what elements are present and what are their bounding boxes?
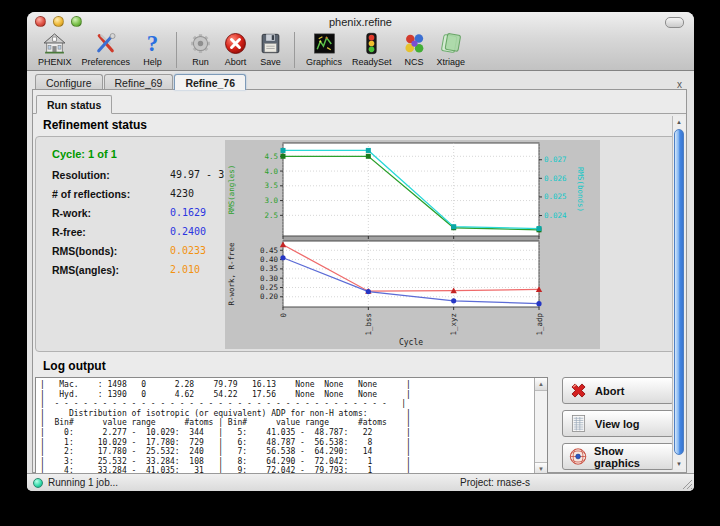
readyset-traffic-light-icon: [359, 31, 384, 56]
status-text: Running 1 job...: [48, 477, 118, 488]
svg-text:1_bss: 1_bss: [364, 313, 373, 336]
toolbar-button-graphics[interactable]: Graphics: [301, 31, 347, 67]
toolbar: PHENIXPreferences?HelpRunAbortSaveGraphi…: [27, 31, 694, 70]
zoom-button[interactable]: [71, 16, 82, 27]
abort-x-icon: [568, 380, 589, 401]
resize-grip-icon[interactable]: [681, 478, 693, 490]
svg-text:0.40: 0.40: [260, 255, 279, 264]
window-title: phenix.refine: [27, 16, 694, 28]
content-frame: Run status Refinement status Cycle: 1 of…: [32, 89, 687, 473]
toolbar-button-ncs[interactable]: NCS: [397, 31, 432, 67]
help-icon: ?: [140, 31, 165, 56]
tab-run-status[interactable]: Run status: [36, 95, 112, 114]
svg-text:1_xyz: 1_xyz: [449, 313, 458, 336]
project-label: Project: rnase-s: [460, 477, 530, 488]
stat-row: Resolution:49.97 - 3.00: [52, 169, 242, 181]
view-log-button[interactable]: View log: [562, 410, 674, 437]
toolbar-button-save[interactable]: Save: [253, 31, 288, 67]
toolbar-button-label: Save: [260, 57, 281, 67]
svg-text:0.45: 0.45: [260, 246, 278, 255]
abort-button[interactable]: Abort: [562, 377, 674, 404]
stat-value: 0.0233: [170, 245, 206, 257]
run-status-page: Refinement status Cycle: 1 of 1 Resoluti…: [33, 113, 686, 472]
titlebar[interactable]: phenix.refine: [27, 12, 694, 31]
refinement-stats: Cycle: 1 of 1 Resolution:49.97 - 3.00# o…: [52, 148, 242, 283]
log-scrollbar[interactable]: ▲ ▼: [534, 378, 547, 475]
svg-text:0.027: 0.027: [544, 155, 567, 164]
app-window: phenix.refine PHENIXPreferences?HelpRunA…: [27, 12, 694, 491]
toolbar-button-label: Help: [143, 57, 162, 67]
scroll-up-icon[interactable]: ▲: [535, 378, 547, 391]
toolbar-button-label: Run: [192, 57, 209, 67]
toolbar-button-xtriage[interactable]: Xtriage: [432, 31, 471, 67]
tab-refine_69[interactable]: Refine_69: [104, 74, 174, 90]
stat-value: 2.010: [170, 264, 200, 276]
stat-label: Resolution:: [52, 169, 170, 181]
svg-text:R-work, R-free: R-work, R-free: [227, 242, 236, 306]
toolbar-button-readyset[interactable]: ReadySet: [347, 31, 397, 67]
toolbar-button-abort[interactable]: Abort: [218, 31, 253, 67]
stat-row: RMS(angles):2.010: [52, 264, 242, 276]
tab-refine_76[interactable]: Refine_76: [174, 74, 246, 90]
running-status-icon: [33, 478, 43, 488]
window-controls: [35, 16, 82, 27]
svg-text:4.0: 4.0: [264, 167, 278, 176]
tab-configure[interactable]: Configure: [35, 74, 103, 90]
stat-value: 0.1629: [170, 207, 206, 219]
svg-text:3.0: 3.0: [264, 196, 278, 205]
abort-icon: [223, 31, 248, 56]
toolbar-button-label: Preferences: [82, 57, 131, 67]
toolbar-button-label: Graphics: [306, 57, 342, 67]
svg-text:RMS(angles): RMS(angles): [227, 165, 236, 215]
svg-text:RMS(bonds): RMS(bonds): [576, 167, 585, 212]
refinement-chart: 2.53.03.54.04.50.0240.0250.0260.027RMS(a…: [225, 140, 600, 349]
stat-value: 0.2400: [170, 226, 206, 238]
show-graphics-icon: [568, 446, 588, 467]
toolbar-button-preferences[interactable]: Preferences: [77, 31, 136, 67]
tab-bar: ConfigureRefine_69Refine_76x: [27, 71, 694, 90]
scroll-down-icon[interactable]: ▼: [673, 458, 685, 469]
toolbar-button-run[interactable]: Run: [183, 31, 218, 67]
toolbar-separator: [294, 32, 295, 68]
scrollbar-thumb[interactable]: [674, 129, 684, 455]
log-output-heading: Log output: [43, 359, 686, 373]
log-row: | Mac. : 1498 0 2.28 79.79 16.13 None No…: [35, 377, 686, 476]
status-bar: Running 1 job... Project: rnase-s: [27, 473, 694, 491]
svg-text:0.024: 0.024: [544, 211, 567, 220]
close-button[interactable]: [35, 16, 46, 27]
minimize-button[interactable]: [53, 16, 64, 27]
log-output-box[interactable]: | Mac. : 1498 0 2.28 79.79 16.13 None No…: [35, 377, 548, 476]
refinement-panel: Cycle: 1 of 1 Resolution:49.97 - 3.00# o…: [35, 136, 678, 352]
main-scrollbar[interactable]: ▲ ▼: [672, 116, 685, 469]
scroll-up-icon[interactable]: ▲: [673, 116, 685, 127]
svg-text:4.5: 4.5: [264, 152, 278, 161]
svg-text:1_adp: 1_adp: [535, 313, 544, 336]
svg-text:2.5: 2.5: [264, 211, 278, 220]
svg-text:3.5: 3.5: [264, 181, 278, 190]
svg-text:0.025: 0.025: [544, 192, 567, 201]
svg-text:0.026: 0.026: [544, 174, 567, 183]
svg-text:0.25: 0.25: [260, 283, 278, 292]
stat-label: RMS(bonds):: [52, 245, 170, 257]
toolbar-button-label: ReadySet: [352, 57, 392, 67]
stat-row: RMS(bonds):0.0233: [52, 245, 242, 257]
refinement-status-heading: Refinement status: [43, 118, 686, 132]
toolbar-toggle-button[interactable]: [665, 17, 684, 28]
svg-text:0.20: 0.20: [260, 292, 279, 301]
toolbar-button-phenix[interactable]: PHENIX: [33, 31, 77, 67]
phenix-home-icon: [42, 31, 67, 56]
view-log-icon: [568, 413, 589, 434]
stat-row: R-work:0.1629: [52, 207, 242, 219]
stat-label: R-free:: [52, 226, 170, 238]
window-header: phenix.refine PHENIXPreferences?HelpRunA…: [27, 12, 694, 71]
action-button-label: Abort: [595, 385, 624, 397]
svg-text:0.35: 0.35: [260, 264, 278, 273]
action-button-label: Show graphics: [594, 445, 669, 469]
show-graphics-button[interactable]: Show graphics: [562, 443, 674, 470]
xtriage-icon: [438, 31, 463, 56]
svg-text:0.30: 0.30: [260, 274, 279, 283]
svg-text:?: ?: [147, 31, 158, 56]
stat-label: # of reflections:: [52, 188, 170, 200]
toolbar-button-help[interactable]: ?Help: [135, 31, 170, 67]
ncs-icon: [402, 31, 427, 56]
